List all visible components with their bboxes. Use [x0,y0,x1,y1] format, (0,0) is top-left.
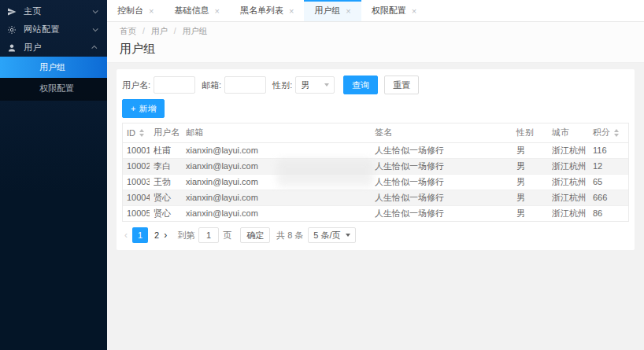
add-button-label: 新增 [139,103,156,115]
page-size-select[interactable]: 5 条/页 [308,227,355,243]
close-icon[interactable]: × [289,6,294,16]
goto-prefix-label: 到第 [177,230,194,241]
breadcrumb-home[interactable]: 首页 [120,26,136,35]
table-cell: 86 [589,205,628,221]
table-cell: 男 [513,190,548,205]
table-cell: 男 [513,205,548,221]
next-page-button[interactable]: › [164,230,167,241]
table-cell: 贤心 [150,205,182,221]
table-row: 10003 王勃 xianxin@layui.com 人生恰似一场修行 男 浙江… [123,174,628,190]
sort-icon [139,129,144,137]
chevron-down-icon [346,234,350,237]
table-cell: 男 [513,174,548,190]
tab-usergroup[interactable]: 用户组 × [304,0,361,21]
sidebar: 主页 网站配置 用户 用户组 权限配置 [0,0,107,350]
sidebar-item-label: 用户 [24,42,93,53]
confirm-button[interactable]: 确定 [240,227,270,243]
table-row: 10004 贤心 xianxin@layui.com 人生恰似一场修行 男 浙江… [123,190,628,205]
table-cell: 666 [589,190,628,205]
sidebar-item-label: 主页 [24,6,93,17]
table-cell: 10001 [123,142,150,158]
table-cell: 10004 [123,190,150,205]
table-cell: 12 [589,158,628,174]
sidebar-item-usergroup[interactable]: 用户组 [0,57,107,78]
username-label: 用户名: [122,79,150,91]
page-title: 用户组 [120,42,631,57]
tab-label: 黑名单列表 [240,5,283,17]
table-cell: 人生恰似一场修行 [371,190,513,205]
table-cell: 浙江杭州 [548,205,589,221]
column-header-email: 邮箱 [182,123,371,142]
table-cell: 浙江杭州 [548,142,589,158]
plus-icon: + [131,104,135,113]
breadcrumb-separator: / [142,26,145,35]
tab-label: 权限配置 [372,5,406,17]
reset-button[interactable]: 重置 [384,76,419,94]
chevron-down-icon [324,83,329,87]
tab-permission[interactable]: 权限配置 × [361,0,427,21]
table-row: 10001 杜甫 xianxin@layui.com 人生恰似一场修行 男 浙江… [123,142,628,158]
table-row: 10002 李白 xianxin@layui.com 人生恰似一场修行 男 浙江… [123,158,628,174]
table-cell: 人生恰似一场修行 [371,142,513,158]
sidebar-item-permission[interactable]: 权限配置 [0,78,107,99]
table-cell: 10002 [123,158,150,174]
tab-label: 基础信息 [174,5,209,17]
table-cell: 浙江杭州 [548,190,589,205]
tab-basic-info[interactable]: 基础信息 × [164,0,229,21]
page-number-current[interactable]: 1 [132,227,148,243]
close-icon[interactable]: × [412,6,416,16]
send-icon [7,7,18,17]
page-number[interactable]: 2 [154,230,159,240]
table-cell: 10005 [123,205,150,221]
table-cell: 男 [513,158,548,174]
main-area: 控制台 × 基础信息 × 黑名单列表 × 用户组 × 权限配置 × 首页 / 用… [107,0,644,350]
gender-label: 性别: [272,79,292,91]
table-cell: xianxin@layui.com [182,205,371,221]
user-icon [7,43,18,53]
close-icon[interactable]: × [214,6,219,16]
gender-select[interactable]: 男 [295,76,335,94]
sidebar-item-site-config[interactable]: 网站配置 [0,20,107,39]
sidebar-item-home[interactable]: 主页 [0,2,107,20]
breadcrumb-user[interactable]: 用户 [151,26,168,35]
table-cell: 人生恰似一场修行 [371,174,513,190]
prev-page-button[interactable]: ‹ [124,230,128,241]
table-cell: 浙江杭州 [548,158,589,174]
table-cell: 浙江杭州 [548,174,589,190]
username-input[interactable] [154,76,195,94]
table-cell: 人生恰似一场修行 [371,205,513,221]
column-header-id[interactable]: ID [123,123,150,142]
table-cell: 贤心 [150,190,182,205]
table-cell: xianxin@layui.com [182,142,371,158]
tab-blacklist[interactable]: 黑名单列表 × [230,0,304,21]
table-cell: 杜甫 [150,142,182,158]
tab-bar: 控制台 × 基础信息 × 黑名单列表 × 用户组 × 权限配置 × [107,0,644,22]
column-header-score[interactable]: 积分 [589,123,628,142]
breadcrumb-separator: / [174,26,176,35]
table-cell: 10003 [123,174,150,190]
add-button[interactable]: + 新增 [122,99,165,118]
close-icon[interactable]: × [346,6,350,16]
pagination: ‹ 1 2 › 到第 页 确定 共 8 条 5 条/页 [122,227,629,243]
tab-label: 控制台 [117,5,143,17]
sort-icon [614,129,619,137]
close-icon[interactable]: × [149,6,154,16]
table-cell: 男 [513,142,548,158]
gender-select-value: 男 [301,79,309,91]
table-row: 10005 贤心 xianxin@layui.com 人生恰似一场修行 男 浙江… [123,205,628,221]
sidebar-item-label: 网站配置 [24,24,93,35]
data-table: ID 用户名 邮箱 签名 性别 城市 积分 [122,123,629,222]
page-size-value: 5 条/页 [313,230,340,241]
page-header: 首页 / 用户 / 用户组 用户组 [107,22,644,63]
goto-page-input[interactable] [198,227,219,243]
total-count-label: 共 8 条 [276,230,303,241]
column-header-gender: 性别 [513,123,548,142]
email-input[interactable] [224,76,266,94]
sidebar-item-user[interactable]: 用户 [0,39,107,57]
chevron-down-icon [93,26,98,31]
column-header-username: 用户名 [150,123,182,142]
table-cell: xianxin@layui.com [182,158,371,174]
search-button[interactable]: 查询 [343,76,378,94]
tab-console[interactable]: 控制台 × [107,0,164,21]
goto-suffix-label: 页 [223,230,231,241]
